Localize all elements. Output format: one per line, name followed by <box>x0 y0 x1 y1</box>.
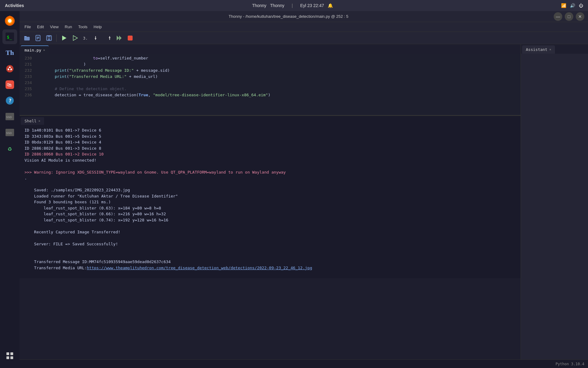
window-controls: — □ ✕ <box>554 12 584 21</box>
sidebar-icon-help[interactable]: ? <box>2 93 17 108</box>
shell-line-3: ID 0bda:0129 Bus 001->4 Device 4 <box>24 139 516 145</box>
shell-line-warning: >>> Warning: Ignoring XDG_SESSION_TYPE=w… <box>24 169 516 175</box>
svg-marker-35 <box>95 38 96 40</box>
svg-marker-31 <box>62 36 66 40</box>
volume-icon: 🔊 <box>570 3 575 8</box>
new-file-button[interactable] <box>33 33 43 43</box>
app-name-label: Thonny <box>252 3 266 8</box>
toolbar: 3. <box>20 32 588 44</box>
sidebar-icon-ssd2[interactable]: SSD <box>2 125 17 140</box>
resume-button[interactable] <box>114 33 124 43</box>
menu-run[interactable]: Run <box>62 23 74 30</box>
shell-blank-5 <box>24 247 516 253</box>
svg-rect-23 <box>24 37 30 40</box>
shell-tab-bar: Shell × <box>20 116 521 125</box>
svg-marker-38 <box>117 36 119 40</box>
sidebar-icon-grid[interactable] <box>2 348 17 363</box>
code-line-231: 231 ) <box>20 62 521 68</box>
activities-label[interactable]: Activities <box>5 3 24 8</box>
assistant-tab-bar: Assistant × <box>521 44 588 54</box>
sidebar-icon-appstore[interactable]: 🛍 <box>2 77 17 92</box>
svg-marker-39 <box>119 36 122 40</box>
shell-blank-3 <box>24 223 516 229</box>
status-bar: Python 3.10.4 <box>20 359 588 368</box>
system-bar: Activities Thonny Thonny | Eyl 23 22:47 … <box>0 0 588 11</box>
shell-tab[interactable]: Shell × <box>21 117 44 125</box>
svg-text:🛍: 🛍 <box>7 82 12 88</box>
sidebar: $_ Th 🛍 ? <box>0 11 20 368</box>
sidebar-icon-ssd1[interactable]: SSD <box>2 109 17 124</box>
maximize-button[interactable]: □ <box>565 12 573 21</box>
code-editor[interactable]: 230 to=self.verified_number 231 ) <box>20 54 521 116</box>
assistant-tab-close[interactable]: × <box>549 48 551 52</box>
editor-area: main.py × 230 to=self.verified_number <box>20 44 521 359</box>
shell-blank-6 <box>24 253 516 259</box>
debug-button[interactable] <box>70 33 80 43</box>
run-button[interactable] <box>59 33 69 43</box>
shell-blank-4 <box>24 235 516 241</box>
open-file-button[interactable] <box>22 33 32 43</box>
tab-main-py[interactable]: main.py × <box>21 45 49 54</box>
code-line-234: 234 <box>20 80 521 86</box>
menu-view[interactable]: View <box>47 23 61 30</box>
svg-point-9 <box>9 68 11 70</box>
shell-line-5: ID 2886:8060 Bus 001->2 Device 10 <box>24 151 516 157</box>
content-area: main.py × 230 to=self.verified_number <box>20 44 588 359</box>
shell-line-loaded: Loaded runner for "Kutluhan Aktar / Tree… <box>24 193 516 199</box>
svg-text:?: ? <box>9 98 12 104</box>
shell-line-found: Found 3 bounding boxes (121 ms.) <box>24 199 516 205</box>
datetime-label: Eyl 23 22:47 <box>300 3 324 8</box>
menu-file[interactable]: File <box>22 23 33 30</box>
sidebar-icon-terminal[interactable]: $_ <box>2 29 17 44</box>
assistant-content <box>521 54 588 359</box>
minimize-button[interactable]: — <box>554 12 562 21</box>
thonny-window: Thonny - /home/kutluhan/tree_disease_det… <box>20 11 588 368</box>
tab-main-py-close[interactable]: × <box>43 48 45 52</box>
shell-line-server: Server: FILE => Saved Successfully! <box>24 241 516 247</box>
assistant-tab[interactable]: Assistant × <box>522 45 555 54</box>
svg-text:$_: $_ <box>7 35 12 40</box>
menu-help[interactable]: Help <box>91 23 104 30</box>
shell-tab-label: Shell <box>24 119 36 123</box>
code-content: 230 to=self.verified_number 231 ) <box>20 54 521 115</box>
svg-rect-21 <box>10 356 13 359</box>
step-into-button[interactable] <box>92 33 102 43</box>
shell-output[interactable]: ID 1a40:0101 Bus 001->7 Device 6 ID 3343… <box>20 125 521 278</box>
shell-section: Shell × ID 1a40:0101 Bus 001->7 Device 6… <box>20 116 521 278</box>
sidebar-icon-recycle[interactable]: ♻ <box>2 141 17 156</box>
svg-point-2 <box>8 19 12 23</box>
stop-button[interactable] <box>125 33 135 43</box>
step-out-button[interactable] <box>103 33 113 43</box>
shell-line-saved: Saved: ./samples/IMG_20220923_224433.jpg <box>24 187 516 193</box>
menu-edit[interactable]: Edit <box>35 23 46 30</box>
shell-line-bb1: leaf_rust_spot_blister (0.63): x=184 y=8… <box>24 205 516 211</box>
power-icon[interactable]: ⏻ <box>579 3 583 8</box>
close-button[interactable]: ✕ <box>576 12 584 21</box>
svg-text:SSD: SSD <box>6 132 12 135</box>
shell-line-1: ID 1a40:0101 Bus 001->7 Device 6 <box>24 127 516 133</box>
sidebar-icon-extensions[interactable] <box>2 61 17 76</box>
shell-line-transferred: Recently Captured Image Transferred! <box>24 229 516 235</box>
menu-tools[interactable]: Tools <box>76 23 90 30</box>
code-line-235: 235 # Define the detection object. <box>20 86 521 92</box>
sidebar-icon-thonny[interactable]: Th <box>2 45 17 60</box>
bell-icon[interactable]: 🔔 <box>328 3 333 8</box>
svg-text:SSD: SSD <box>6 116 12 119</box>
step-over-button[interactable]: 3. <box>81 33 91 43</box>
svg-marker-37 <box>109 36 111 38</box>
window-title: Thonny - /home/kutluhan/tree_disease_det… <box>228 14 348 19</box>
sidebar-icon-firefox[interactable] <box>2 13 17 28</box>
code-line-233: 233 print("Transferred Media URL:" + med… <box>20 74 521 80</box>
media-url-link[interactable]: https://www.theamplituhedron.com/tree_di… <box>87 266 312 270</box>
window-titlebar: Thonny - /home/kutluhan/tree_disease_det… <box>20 11 588 22</box>
svg-marker-32 <box>73 36 77 40</box>
shell-tab-close[interactable]: × <box>38 119 40 123</box>
wifi-icon: 📶 <box>561 3 566 8</box>
assistant-tab-label: Assistant <box>526 47 547 52</box>
shell-blank-2 <box>24 181 516 187</box>
menubar: File Edit View Run Tools Help <box>20 22 588 32</box>
save-button[interactable] <box>44 33 54 43</box>
app-name-text: Thonny <box>270 3 285 8</box>
svg-rect-22 <box>24 36 27 37</box>
shell-line-msg-id: Transferred Message ID:MM74fc510935949aa… <box>24 259 516 265</box>
